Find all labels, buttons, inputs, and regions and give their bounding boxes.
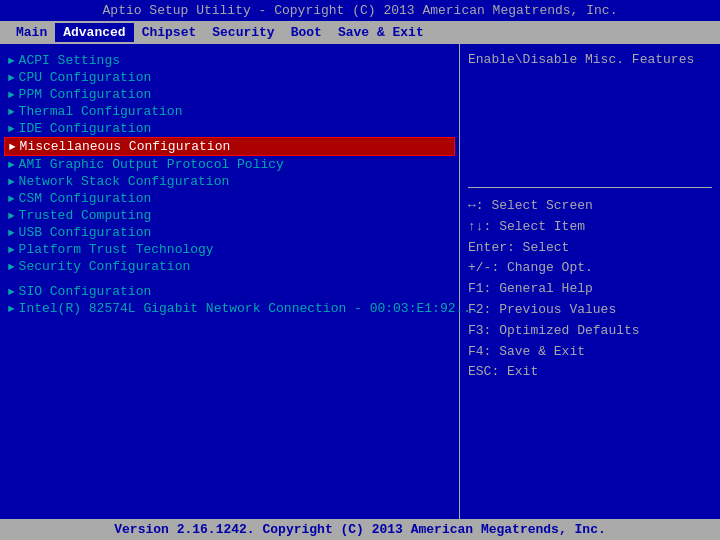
arrow-icon: ►: [8, 227, 15, 239]
entry-ppm-config[interactable]: ► PPM Configuration: [4, 86, 455, 103]
entry-misc-config[interactable]: ► Miscellaneous Configuration: [4, 137, 455, 156]
status-text: Version 2.16.1242. Copyright (C) 2013 Am…: [114, 522, 605, 537]
arrow-icon: ►: [8, 244, 15, 256]
main-content: ► ACPI Settings ► CPU Configuration ► PP…: [0, 44, 720, 524]
menu-bar: Main Advanced Chipset Security Boot Save…: [0, 21, 720, 44]
menu-main[interactable]: Main: [8, 23, 55, 42]
entry-csm-config[interactable]: ► CSM Configuration: [4, 190, 455, 207]
entry-ide-config[interactable]: ► IDE Configuration: [4, 120, 455, 137]
help-esc: ESC: Exit: [468, 362, 712, 383]
arrow-icon: ►: [8, 261, 15, 273]
entry-usb-config[interactable]: ► USB Configuration: [4, 224, 455, 241]
entry-trusted-computing[interactable]: ► Trusted Computing: [4, 207, 455, 224]
arrow-icon: ►: [8, 72, 15, 84]
entry-cpu-config[interactable]: ► CPU Configuration: [4, 69, 455, 86]
entry-security-config[interactable]: ► Security Configuration: [4, 258, 455, 275]
help-f1: F1: General Help: [468, 279, 712, 300]
entry-sio-config[interactable]: ► SIO Configuration: [4, 283, 455, 300]
title-text: Aptio Setup Utility - Copyright (C) 2013…: [103, 3, 618, 18]
entry-acpi-settings[interactable]: ► ACPI Settings: [4, 52, 455, 69]
help-enter: Enter: Select: [468, 238, 712, 259]
title-bar: Aptio Setup Utility - Copyright (C) 2013…: [0, 0, 720, 21]
arrow-icon: ►: [8, 303, 15, 315]
arrow-icon: ►: [8, 123, 15, 135]
arrow-icon: ►: [9, 141, 16, 153]
arrow-icon: ►: [8, 210, 15, 222]
help-change-opt: +/-: Change Opt.: [468, 258, 712, 279]
arrow-icon: ►: [8, 193, 15, 205]
separator: [4, 275, 455, 283]
menu-chipset[interactable]: Chipset: [134, 23, 205, 42]
help-divider: [468, 187, 712, 188]
menu-boot[interactable]: Boot: [283, 23, 330, 42]
help-select-screen: ↔: Select Screen: [468, 196, 712, 217]
entry-platform-trust[interactable]: ► Platform Trust Technology: [4, 241, 455, 258]
arrow-icon: ►: [8, 159, 15, 171]
menu-advanced[interactable]: Advanced: [55, 23, 133, 42]
help-text: ↔: Select Screen ↑↓: Select Item Enter: …: [468, 196, 712, 383]
help-f4: F4: Save & Exit: [468, 342, 712, 363]
left-panel: ► ACPI Settings ► CPU Configuration ► PP…: [0, 44, 460, 524]
arrow-icon: ►: [8, 89, 15, 101]
panel-description: Enable\Disable Misc. Features: [468, 52, 712, 67]
status-bar: Version 2.16.1242. Copyright (C) 2013 Am…: [0, 519, 720, 540]
arrow-icon: ►: [8, 106, 15, 118]
right-panel: Enable\Disable Misc. Features ↔: Select …: [460, 44, 720, 524]
arrow-icon: ►: [8, 176, 15, 188]
arrow-icon: ►: [8, 286, 15, 298]
help-f3: F3: Optimized Defaults: [468, 321, 712, 342]
entry-thermal-config[interactable]: ► Thermal Configuration: [4, 103, 455, 120]
menu-save-exit[interactable]: Save & Exit: [330, 23, 432, 42]
entry-network-stack[interactable]: ► Network Stack Configuration: [4, 173, 455, 190]
menu-security[interactable]: Security: [204, 23, 282, 42]
entry-intel-nic[interactable]: ► Intel(R) 82574L Gigabit Network Connec…: [4, 300, 455, 317]
entry-ami-graphic[interactable]: ► AMI Graphic Output Protocol Policy: [4, 156, 455, 173]
help-select-item: ↑↓: Select Item: [468, 217, 712, 238]
arrow-icon: ►: [8, 55, 15, 67]
help-f2: F2: Previous Values: [468, 300, 712, 321]
